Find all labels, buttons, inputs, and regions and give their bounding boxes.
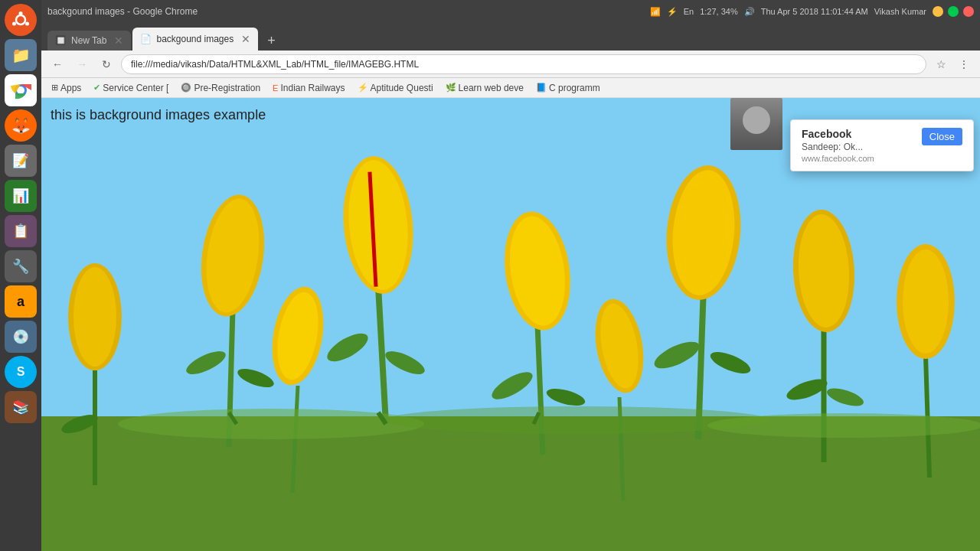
taskbar-icon-book[interactable]: 📚 — [5, 391, 37, 423]
indian-railways-icon: E — [273, 83, 278, 93]
taskbar-icon-amazon[interactable]: a — [5, 285, 37, 318]
taskbar-icon-chrome[interactable] — [5, 74, 37, 106]
taskbar-left: 📁 🦊 📝 📊 📋 🔧 a 💿 S — [0, 0, 41, 551]
pre-reg-icon: 🔘 — [181, 83, 191, 93]
battery-status: 1:27, 34% — [700, 7, 738, 16]
bluetooth-icon: ⚡ — [667, 7, 678, 17]
new-tab-close[interactable]: ✕ — [114, 34, 123, 47]
taskbar-icon-files[interactable]: 📁 — [5, 39, 37, 71]
fb-popup-subtitle: Sandeep: Ok... — [802, 142, 916, 152]
fb-popup-title: Facebook — [802, 128, 916, 140]
svg-point-23 — [74, 267, 116, 367]
page-heading: this is background images example — [51, 107, 266, 123]
taskbar-icon-skype[interactable]: S — [5, 356, 37, 388]
fb-close-button[interactable]: Close — [922, 128, 962, 145]
aptitude-icon: ⚡ — [358, 83, 368, 93]
fb-popup-header: Facebook Sandeep: Ok... www.facebook.com… — [802, 128, 962, 163]
service-center-icon: ✔ — [93, 83, 100, 93]
bookmark-learn-web[interactable]: 🌿 Learn web deve — [442, 81, 528, 95]
page-content: this is background images example Facebo… — [41, 98, 980, 551]
system-time: Thu Apr 5 2018 11:01:44 AM — [761, 7, 868, 16]
toolbar: ← → ↻ file:///media/vikash/Data/HTML&XML… — [41, 51, 980, 78]
c-programm-icon: 📘 — [536, 83, 547, 93]
svg-point-3 — [25, 22, 29, 26]
system-tray: 📶 ⚡ En 1:27, 34% 🔊 Thu Apr 5 2018 11:01:… — [650, 7, 926, 17]
svg-point-51 — [707, 413, 980, 438]
window-controls — [933, 6, 974, 17]
new-tab-button[interactable]: + — [263, 31, 280, 51]
maximize-button[interactable] — [948, 6, 959, 17]
tab-new-tab[interactable]: 🔲 New Tab ✕ — [47, 31, 131, 51]
page-heading-text: this is background images example — [51, 107, 266, 122]
bookmark-indian-railways[interactable]: E Indian Railways — [269, 81, 348, 95]
learn-web-icon: 🌿 — [446, 83, 456, 93]
taskbar-icon-presentation[interactable]: 📋 — [5, 215, 37, 247]
close-window-button[interactable] — [963, 6, 974, 17]
new-tab-favicon: 🔲 — [55, 35, 67, 46]
keyboard-layout: En — [684, 7, 694, 16]
taskbar-icon-ubuntu[interactable] — [5, 4, 37, 36]
bookmark-button[interactable]: ☆ — [931, 54, 951, 74]
svg-point-42 — [903, 249, 949, 354]
backgound-tab-close[interactable]: ✕ — [241, 33, 250, 45]
tab-backgound-images[interactable]: 📄 backgound images ✕ — [132, 28, 258, 51]
bookmark-aptitude[interactable]: ⚡ Aptitude Questi — [354, 81, 437, 95]
fb-popup-url: www.facebook.com — [802, 154, 916, 163]
svg-point-50 — [386, 406, 769, 434]
apps-icon: ⊞ — [51, 83, 58, 93]
back-button[interactable]: ← — [47, 54, 67, 74]
taskbar-icon-firefox[interactable]: 🦊 — [5, 109, 37, 142]
reload-button[interactable]: ↻ — [96, 54, 116, 74]
c-programm-label: C programm — [549, 83, 600, 93]
bookmark-c-programm[interactable]: 📘 C programm — [532, 81, 604, 95]
taskbar-icon-disk[interactable]: 💿 — [5, 321, 37, 353]
learn-web-label: Learn web deve — [459, 83, 524, 93]
window-title: backgound images - Google Chrome — [47, 6, 644, 17]
svg-point-4 — [12, 22, 16, 26]
tab-bar: 🔲 New Tab ✕ 📄 backgound images ✕ + — [41, 23, 980, 51]
facebook-popup: Facebook Sandeep: Ok... www.facebook.com… — [790, 119, 974, 171]
backgound-tab-favicon: 📄 — [140, 34, 152, 44]
wifi-icon: 📶 — [650, 7, 661, 17]
user-name: Vikash Kumar — [874, 7, 926, 16]
taskbar-icon-text-editor[interactable]: 📝 — [5, 145, 37, 177]
bookmark-apps[interactable]: ⊞ Apps — [47, 81, 85, 95]
pre-reg-label: Pre-Registration — [194, 83, 260, 93]
chrome-window: backgound images - Google Chrome 📶 ⚡ En … — [41, 0, 980, 551]
bookmark-pre-registration[interactable]: 🔘 Pre-Registration — [177, 81, 264, 95]
apps-label: Apps — [60, 83, 81, 93]
indian-railways-label: Indian Railways — [280, 83, 345, 93]
backgound-tab-label: backgound images — [156, 34, 234, 44]
toolbar-actions: ☆ ⋮ — [931, 54, 974, 74]
address-bar[interactable]: file:///media/vikash/Data/HTML&XML_Lab/H… — [121, 54, 926, 74]
bookmarks-bar: ⊞ Apps ✔ Service Center [ 🔘 Pre-Registra… — [41, 78, 980, 98]
volume-icon: 🔊 — [744, 7, 755, 17]
bookmark-service-center[interactable]: ✔ Service Center [ — [90, 81, 172, 95]
taskbar-icon-spreadsheet[interactable]: 📊 — [5, 180, 37, 212]
svg-point-2 — [19, 11, 23, 15]
minimize-button[interactable] — [933, 6, 943, 17]
taskbar-icon-tools[interactable]: 🔧 — [5, 250, 37, 282]
fb-popup-info: Facebook Sandeep: Ok... www.facebook.com — [802, 128, 916, 163]
forward-button[interactable]: → — [72, 54, 92, 74]
aptitude-label: Aptitude Questi — [371, 83, 433, 93]
settings-button[interactable]: ⋮ — [954, 54, 974, 74]
new-tab-label: New Tab — [71, 35, 106, 46]
profile-picture — [730, 98, 782, 150]
address-text: file:///media/vikash/Data/HTML&XML_Lab/H… — [131, 59, 419, 70]
service-center-label: Service Center [ — [103, 83, 168, 93]
title-bar: backgound images - Google Chrome 📶 ⚡ En … — [41, 0, 980, 23]
